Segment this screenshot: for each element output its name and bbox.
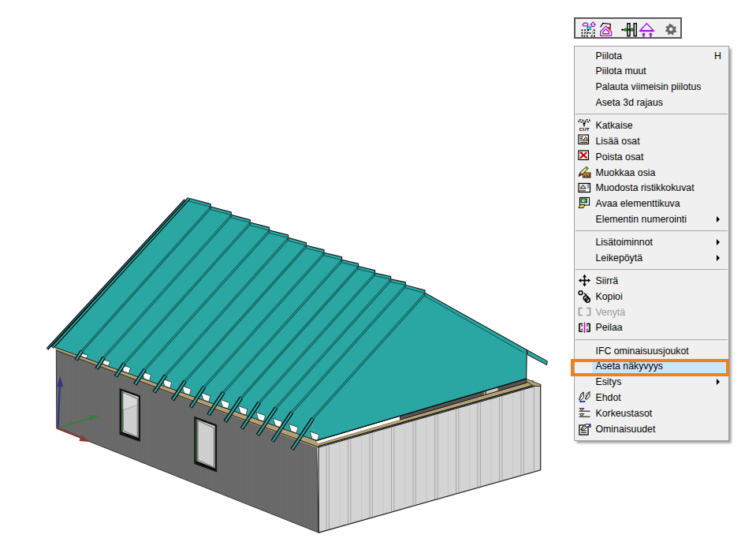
svg-text:CUT: CUT: [579, 126, 590, 132]
